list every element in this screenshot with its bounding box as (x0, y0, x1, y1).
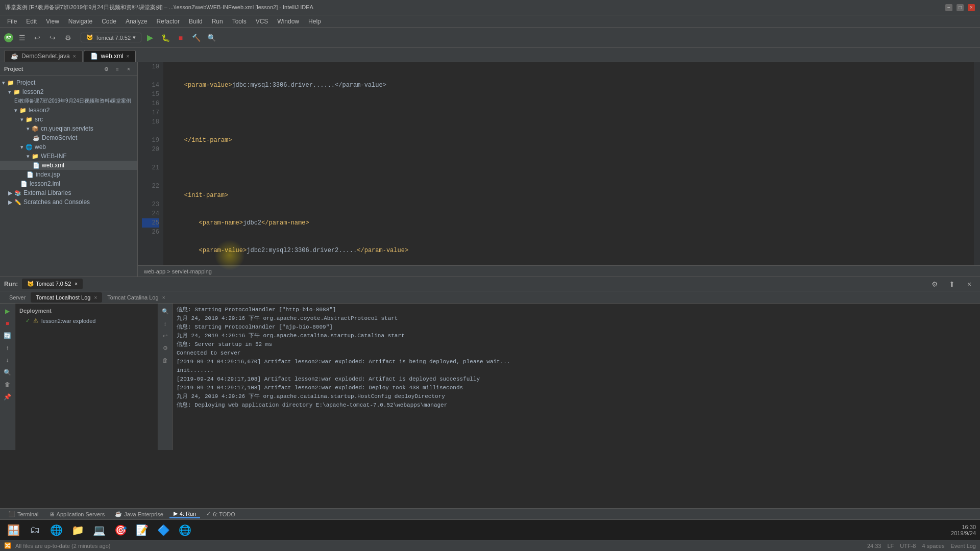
run-restart-btn[interactable]: ▶ (2, 306, 13, 317)
tree-item-web[interactable]: ▾ 🌐 web (0, 142, 137, 152)
tree-item-webinf[interactable]: ▾ 📁 WEB-INF (0, 152, 137, 161)
run-button[interactable]: ▶ (143, 31, 157, 44)
output-clear-btn[interactable]: 🗑 (160, 355, 171, 366)
project-close-btn[interactable]: × (124, 64, 133, 73)
maximize-button[interactable]: □ (957, 4, 964, 11)
tree-item-demoservlet[interactable]: ☕ DemoServlet (0, 133, 137, 142)
tab-webxml[interactable]: 📄 web.xml × (84, 50, 136, 62)
tab-java-enterprise[interactable]: ☕ Java Enterprise (111, 510, 167, 518)
menu-item-analyze[interactable]: Analyze (121, 17, 152, 26)
run-settings-btn[interactable]: ⚙ (928, 278, 941, 291)
taskbar: 🪟 🗂 🌐 📁 💻 🎯 📝 🔷 🌐 16:30 2019/9/24 (0, 519, 980, 540)
menu-item-edit[interactable]: Edit (22, 17, 41, 26)
taskbar-explorer[interactable]: 📁 (68, 521, 87, 539)
run-filter-btn[interactable]: 🔍 (2, 367, 13, 378)
tree-item-path[interactable]: E\教师备课7班\2019年9月24日视频和资料\课堂案例 (0, 96, 137, 106)
localhost-tab-close[interactable]: × (94, 295, 97, 300)
menu-item-view[interactable]: View (42, 17, 63, 26)
taskbar-windows[interactable]: 🪟 (4, 521, 22, 539)
run-close-panel-btn[interactable]: × (963, 278, 976, 291)
run-tab-server[interactable]: Server (4, 292, 31, 303)
run-pin-btn[interactable]: 📌 (2, 391, 13, 403)
tab-todo[interactable]: ✓ 6: TODO (202, 510, 239, 518)
event-log[interactable]: Event Log (950, 543, 976, 549)
output-wrap-btn[interactable]: ↩ (160, 330, 171, 341)
taskbar-app2[interactable]: 🔷 (154, 521, 173, 539)
taskbar-chrome[interactable]: 🌐 (176, 521, 194, 539)
tree-item-src[interactable]: ▾ 📁 src (0, 115, 137, 124)
catalina-tab-close[interactable]: × (162, 295, 165, 300)
debug-button[interactable]: 🐛 (159, 31, 172, 44)
tab-terminal[interactable]: ⬛ Terminal (4, 510, 43, 518)
project-button[interactable]: ☰ (15, 31, 29, 44)
line-sep[interactable]: LF (887, 543, 894, 549)
tomcat-config[interactable]: 🐱 Tomcat 7.0.52 ▾ (81, 33, 141, 42)
build-button[interactable]: 🔨 (189, 31, 203, 44)
encoding-info[interactable]: UTF-8 (900, 543, 916, 549)
taskbar-files[interactable]: 🗂 (26, 521, 44, 539)
tree-item-package[interactable]: ▾ 📦 cn.yueqian.servlets (0, 124, 137, 133)
output-settings-btn[interactable]: ⚙ (160, 342, 171, 354)
run-reload-btn[interactable]: 🔄 (2, 330, 13, 341)
editor-scrollbar[interactable] (974, 62, 980, 265)
output-scroll-btn[interactable]: ↕ (160, 318, 171, 329)
redo-button[interactable]: ↪ (46, 31, 59, 44)
menu-item-tools[interactable]: Tools (228, 17, 251, 26)
search-everywhere-button[interactable]: 🔍 (205, 31, 218, 44)
project-settings-btn[interactable]: ⚙ (102, 64, 111, 73)
run-up-btn[interactable]: ↑ (2, 342, 13, 354)
menu-item-window[interactable]: Window (273, 17, 303, 26)
taskbar-notepad[interactable]: 📝 (133, 521, 151, 539)
tab-app-servers[interactable]: 🖥 Application Servers (45, 511, 109, 518)
menu-item-build[interactable]: Build (185, 17, 207, 26)
menu-item-help[interactable]: Help (304, 17, 325, 26)
tree-item-external-libs[interactable]: ▶ 📚 External Libraries (0, 188, 137, 197)
deployment-header: Deployment (15, 306, 158, 316)
run-tab-tomcat[interactable]: 🐱 Tomcat 7.0.52 × (22, 279, 83, 289)
deployment-item-lesson2[interactable]: ✓ ⚠ lesson2:war exploded (15, 316, 158, 325)
output-content[interactable]: 信息: Starting ProtocolHandler ["http-bio-… (173, 304, 980, 450)
tree-item-lesson2-root[interactable]: ▾ 📁 lesson2 (0, 87, 137, 96)
run-tab-close[interactable]: × (75, 281, 78, 287)
output-line-5: Connected to server (177, 349, 976, 358)
tab-bar: ☕ DemoServlet.java × 📄 web.xml × (0, 48, 980, 62)
taskbar-ide[interactable]: 🎯 (111, 521, 130, 539)
menu-item-file[interactable]: File (3, 17, 21, 26)
tree-item-scratches[interactable]: ▶ ✏️ Scratches and Consoles (0, 197, 137, 207)
tomcat-icon: 🐱 (86, 34, 93, 41)
run-stop-btn[interactable]: ■ (2, 318, 13, 329)
toolbar: 57 ☰ ↩ ↪ ⚙ 🐱 Tomcat 7.0.52 ▾ ▶ 🐛 ■ 🔨 🔍 (0, 28, 980, 48)
settings-button[interactable]: ⚙ (61, 31, 75, 44)
menu-item-refactor[interactable]: Refactor (153, 17, 184, 26)
tab-run[interactable]: ▶ 4: Run (169, 510, 200, 518)
indent-info[interactable]: 4 spaces (922, 543, 944, 549)
close-button[interactable]: × (968, 4, 975, 11)
menu-item-navigate[interactable]: Navigate (64, 17, 96, 26)
tree-item-webxml[interactable]: 📄 web.xml (0, 161, 137, 170)
tab-webxml-close[interactable]: × (127, 54, 130, 59)
undo-button[interactable]: ↩ (31, 31, 44, 44)
run-clear-btn[interactable]: 🗑 (2, 379, 13, 390)
stop-button[interactable]: ■ (174, 31, 187, 44)
code-content[interactable]: <param-value>jdbc:mysql:3306.driver.....… (163, 62, 974, 265)
position-info[interactable]: 24:33 (867, 543, 881, 549)
project-collapse-btn[interactable]: ≡ (113, 64, 122, 73)
run-tab-catalina[interactable]: Tomcat Catalina Log × (102, 292, 170, 303)
run-tab-localhost[interactable]: Tomcat Localhost Log × (31, 292, 102, 303)
taskbar-browser[interactable]: 🌐 (47, 521, 65, 539)
tree-item-indexjsp[interactable]: 📄 index.jsp (0, 170, 137, 179)
run-maximize-btn[interactable]: ⬆ (945, 278, 959, 291)
tab-demoservlet[interactable]: ☕ DemoServlet.java × (4, 50, 83, 62)
tree-item-lesson2[interactable]: ▾ 📁 lesson2 (0, 106, 137, 115)
tab-demoservlet-close[interactable]: × (73, 54, 76, 59)
minimize-button[interactable]: − (945, 4, 952, 11)
tree-item-project[interactable]: ▾ 📁 Project (0, 78, 137, 87)
output-filter-btn[interactable]: 🔍 (160, 306, 171, 317)
menu-item-code[interactable]: Code (97, 17, 120, 26)
run-down-btn[interactable]: ↓ (2, 355, 13, 366)
menu-item-run[interactable]: Run (208, 17, 227, 26)
tree-item-lesson2iml[interactable]: 📄 lesson2.iml (0, 179, 137, 188)
menu-item-vcs[interactable]: VCS (252, 17, 273, 26)
code-editor[interactable]: 10 14 15 16 17 18 19 20 21 22 23 24 25 2… (138, 62, 980, 265)
taskbar-terminal[interactable]: 💻 (90, 521, 108, 539)
